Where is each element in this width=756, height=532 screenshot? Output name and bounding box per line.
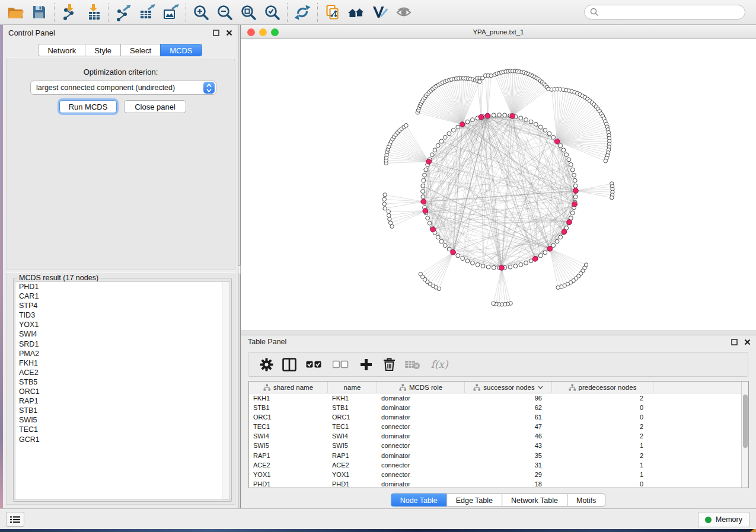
function-builder-icon[interactable]: f(x) <box>428 357 451 372</box>
memory-button[interactable]: Memory <box>698 512 749 527</box>
cell-mcds_role[interactable]: dominator <box>377 403 465 412</box>
table-row[interactable]: FKH1FKH1dominator962 <box>249 393 741 403</box>
cell-predecessor_nodes[interactable]: 1 <box>552 470 653 479</box>
cell-predecessor_nodes[interactable]: 1 <box>552 460 653 470</box>
mcds-result-item[interactable]: TID3 <box>15 310 229 320</box>
table-row[interactable]: ORC1ORC1dominator610 <box>249 412 741 422</box>
scrollbar-thumb[interactable] <box>743 395 748 448</box>
mcds-result-item[interactable]: GCR1 <box>15 435 229 444</box>
cell-shared_name[interactable]: PHD1 <box>249 479 328 488</box>
mcds-result-item[interactable]: ORC1 <box>15 387 229 396</box>
search-box[interactable] <box>584 5 745 20</box>
mcds-result-item[interactable]: STP4 <box>15 301 229 310</box>
close-panel-icon[interactable] <box>744 338 751 346</box>
float-panel-icon[interactable] <box>212 29 220 37</box>
cell-mcds_role[interactable]: connector <box>377 470 465 479</box>
mcds-result-item[interactable]: RAP1 <box>15 396 229 406</box>
cell-successor_nodes[interactable]: 31 <box>465 460 552 470</box>
deselect-all-icon[interactable] <box>331 357 350 372</box>
mcds-result-item[interactable]: SRD1 <box>15 339 229 349</box>
cell-name[interactable]: SWI4 <box>328 431 377 441</box>
cell-mcds_role[interactable]: connector <box>377 441 465 450</box>
cell-successor_nodes[interactable]: 61 <box>465 412 552 422</box>
cell-mcds_role[interactable]: dominator <box>377 479 465 488</box>
save-session-icon[interactable] <box>27 2 51 23</box>
tab-node-table[interactable]: Node Table <box>391 493 447 507</box>
cell-successor_nodes[interactable]: 35 <box>465 451 552 460</box>
table-row[interactable]: YOX1YOX1connector291 <box>249 470 741 479</box>
cell-name[interactable]: ACE2 <box>328 460 377 470</box>
import-table-icon[interactable] <box>81 2 105 23</box>
table-row[interactable]: TEC1TEC1connector472 <box>249 422 741 431</box>
column-header-predecessor_nodes[interactable]: predecessor nodes <box>552 382 653 393</box>
vertical-splitter[interactable] <box>238 25 241 508</box>
cell-predecessor_nodes[interactable]: 1 <box>552 441 653 450</box>
refresh-layout-icon[interactable] <box>291 2 314 23</box>
cell-mcds_role[interactable]: connector <box>377 422 465 431</box>
cell-successor_nodes[interactable]: 96 <box>465 393 552 403</box>
cell-name[interactable]: RAP1 <box>328 451 377 460</box>
mcds-result-item[interactable]: SWI4 <box>15 329 229 339</box>
zoom-out-icon[interactable] <box>213 2 237 23</box>
column-header-successor_nodes[interactable]: successor nodes <box>465 382 552 393</box>
cell-name[interactable]: PHD1 <box>328 479 377 488</box>
mcds-result-item[interactable]: YOX1 <box>15 320 229 329</box>
mcds-result-item[interactable]: PMA2 <box>15 349 229 358</box>
delete-table-icon[interactable] <box>404 357 420 372</box>
cell-successor_nodes[interactable]: 62 <box>465 403 552 412</box>
horizontal-splitter[interactable] <box>241 331 756 335</box>
cell-shared_name[interactable]: FKH1 <box>249 393 328 403</box>
zoom-in-icon[interactable] <box>189 2 213 23</box>
list-scrollbar[interactable] <box>222 282 229 499</box>
network-canvas[interactable] <box>241 39 756 331</box>
cell-successor_nodes[interactable]: 46 <box>465 431 552 441</box>
cell-successor_nodes[interactable]: 29 <box>465 470 552 479</box>
table-row[interactable]: PHD1PHD1dominator180 <box>249 479 741 488</box>
tab-edge-table[interactable]: Edge Table <box>446 493 502 507</box>
mcds-result-item[interactable]: FKH1 <box>15 358 229 368</box>
show-panel-list-button[interactable] <box>6 512 24 527</box>
tab-mcds[interactable]: MCDS <box>160 44 202 56</box>
cell-shared_name[interactable]: SWI4 <box>249 431 328 441</box>
create-column-icon[interactable] <box>358 357 374 372</box>
run-mcds-button[interactable]: Run MCDS <box>59 100 117 113</box>
search-input[interactable] <box>599 8 739 17</box>
cell-mcds_role[interactable]: connector <box>377 460 465 470</box>
minimize-window-icon[interactable] <box>259 28 267 36</box>
close-panel-button[interactable]: Close panel <box>124 100 186 113</box>
mcds-result-item[interactable]: PHD1 <box>15 282 229 291</box>
cell-predecessor_nodes[interactable]: 2 <box>552 451 653 460</box>
show-selected-icon[interactable] <box>392 2 416 23</box>
table-row[interactable]: SWI5SWI5connector431 <box>249 441 741 450</box>
select-all-icon[interactable] <box>305 357 324 372</box>
cell-shared_name[interactable]: YOX1 <box>249 470 328 479</box>
column-header-mcds_role[interactable]: MCDS role <box>377 382 465 393</box>
mcds-result-item[interactable]: CAR1 <box>15 291 229 301</box>
table-mode-gear-icon[interactable] <box>259 357 274 372</box>
close-window-icon[interactable] <box>247 28 255 36</box>
cell-shared_name[interactable]: RAP1 <box>249 451 328 460</box>
clone-network-icon[interactable] <box>321 2 344 23</box>
delete-column-icon[interactable] <box>381 357 397 372</box>
cell-shared_name[interactable]: TEC1 <box>249 422 328 431</box>
cell-shared_name[interactable]: STB1 <box>249 403 328 412</box>
tab-network-table[interactable]: Network Table <box>502 493 567 507</box>
table-row[interactable]: ACE2ACE2connector311 <box>249 460 741 470</box>
hide-selected-icon[interactable] <box>368 2 392 23</box>
open-file-icon[interactable] <box>4 2 27 23</box>
cell-successor_nodes[interactable]: 43 <box>465 441 552 450</box>
show-columns-icon[interactable] <box>282 357 297 372</box>
cell-predecessor_nodes[interactable]: 0 <box>552 479 653 488</box>
close-panel-icon[interactable] <box>225 29 233 37</box>
network-graph[interactable] <box>241 39 756 331</box>
cell-successor_nodes[interactable]: 47 <box>465 422 552 431</box>
cell-mcds_role[interactable]: dominator <box>377 412 465 422</box>
cell-predecessor_nodes[interactable]: 0 <box>552 412 653 422</box>
mcds-result-item[interactable]: STB5 <box>15 377 229 387</box>
network-view-titlebar[interactable]: YPA_prune.txt_1 <box>241 25 756 39</box>
cell-predecessor_nodes[interactable]: 2 <box>552 393 653 403</box>
cell-mcds_role[interactable]: dominator <box>377 393 465 403</box>
cell-successor_nodes[interactable]: 18 <box>465 479 552 488</box>
zoom-selected-icon[interactable] <box>260 2 284 23</box>
table-row[interactable]: STB1STB1dominator620 <box>249 403 741 412</box>
